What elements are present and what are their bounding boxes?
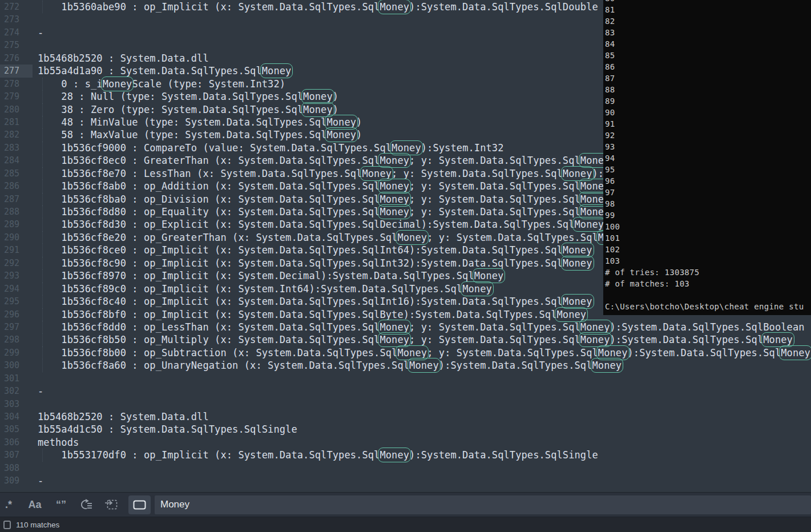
terminal-line: 96: [605, 175, 811, 187]
line-number[interactable]: 289: [0, 218, 33, 231]
line-number[interactable]: 299: [0, 346, 33, 359]
code-text[interactable]: -: [33, 385, 43, 397]
code-text[interactable]: 1b536cf8970 : op_Implicit (x: System.Dec…: [33, 269, 503, 282]
code-text[interactable]: [33, 13, 38, 26]
code-text[interactable]: -: [33, 26, 43, 39]
code-text[interactable]: 1b536cf8d30 : op_Explicit (x: System.Dat…: [33, 218, 604, 231]
line-number[interactable]: 306: [0, 436, 33, 449]
line-number[interactable]: 293: [0, 269, 33, 282]
line-number[interactable]: 295: [0, 295, 33, 308]
line-number[interactable]: 272: [0, 1, 33, 13]
line-number[interactable]: 302: [0, 385, 33, 397]
find-match-highlight: Money: [781, 347, 810, 358]
line-number[interactable]: 276: [0, 52, 33, 65]
code-text[interactable]: [33, 372, 38, 385]
code-text[interactable]: 1b536cf89c0 : op_Implicit (x: System.Int…: [33, 283, 492, 295]
editor-line[interactable]: 299 1b536cf8b00 : op_Subtraction (x: Sys…: [0, 346, 811, 359]
editor-line[interactable]: 3041b5468b2520 : System.Data.dll: [0, 410, 811, 423]
code-text[interactable]: 1b536cf8bf0 : op_Implicit (x: System.Dat…: [33, 308, 586, 321]
line-number[interactable]: 273: [0, 13, 33, 26]
line-number[interactable]: 296: [0, 308, 33, 321]
code-text[interactable]: 1b536cf8ce0 : op_Implicit (x: System.Dat…: [33, 244, 592, 256]
line-number[interactable]: 288: [0, 205, 33, 218]
code-text[interactable]: 1b55a4d1a90 : System.Data.SqlTypes.SqlMo…: [33, 65, 291, 77]
line-number[interactable]: 308: [0, 462, 33, 474]
line-number[interactable]: 292: [0, 257, 33, 269]
line-number[interactable]: 294: [0, 283, 33, 295]
indent-guide: [42, 116, 43, 128]
terminal-line: 80: [605, 0, 811, 4]
code-text[interactable]: 1b5360abe90 : op_Implicit (x: System.Dat…: [33, 1, 598, 13]
editor-line[interactable]: 307 1b553170df0 : op_Implicit (x: System…: [0, 449, 811, 461]
editor-line[interactable]: 308: [0, 462, 811, 474]
code-text[interactable]: [33, 39, 38, 51]
code-text[interactable]: 0 : s_iMoneyScale (type: System.Int32): [33, 78, 285, 90]
line-number[interactable]: 275: [0, 39, 33, 51]
code-text[interactable]: 1b536cf8b00 : op_Subtraction (x: System.…: [33, 346, 810, 359]
line-number[interactable]: 282: [0, 128, 33, 141]
code-text[interactable]: 1b536cf8a60 : op_UnaryNegation (x: Syste…: [33, 359, 622, 372]
code-text[interactable]: 38 : Zero (type: System.Data.SqlTypes.Sq…: [33, 103, 338, 116]
line-number[interactable]: 284: [0, 154, 33, 167]
code-text[interactable]: -: [33, 474, 43, 487]
line-number[interactable]: 291: [0, 244, 33, 256]
code-text[interactable]: 58 : MaxValue (type: System.Data.SqlType…: [33, 128, 362, 141]
code-text[interactable]: [33, 398, 38, 410]
code-text[interactable]: 1b5468b2520 : System.Data.dll: [33, 52, 209, 65]
line-number[interactable]: 300: [0, 359, 33, 372]
line-number[interactable]: 305: [0, 423, 33, 436]
editor-line[interactable]: 303: [0, 398, 811, 410]
line-number[interactable]: 280: [0, 103, 33, 116]
editor-line[interactable]: 306methods: [0, 436, 811, 449]
code-text[interactable]: 1b5468b2520 : System.Data.dll: [33, 410, 209, 423]
terminal-output: 8081828384858687888990919293949596979899…: [605, 0, 811, 312]
line-number[interactable]: 297: [0, 321, 33, 333]
editor-line[interactable]: 301: [0, 372, 811, 385]
code-text[interactable]: 48 : MinValue (type: System.Data.SqlType…: [33, 116, 362, 128]
code-text[interactable]: 28 : Null (type: System.Data.SqlTypes.Sq…: [33, 90, 338, 103]
line-number[interactable]: 281: [0, 116, 33, 128]
code-text[interactable]: [33, 462, 38, 474]
wrap-search-toggle-icon[interactable]: [76, 495, 96, 514]
line-number[interactable]: 307: [0, 449, 33, 461]
editor-line[interactable]: 302-: [0, 385, 811, 397]
line-number[interactable]: 309: [0, 474, 33, 487]
line-number[interactable]: 283: [0, 142, 33, 154]
line-number[interactable]: 277: [0, 65, 33, 77]
line-number[interactable]: 303: [0, 398, 33, 410]
find-match-highlight: Money: [580, 334, 610, 345]
editor-line[interactable]: 309-: [0, 474, 811, 487]
editor-line[interactable]: 298 1b536cf8b50 : op_Multiply (x: System…: [0, 333, 811, 346]
whole-word-toggle-icon[interactable]: “”: [51, 495, 71, 514]
line-number[interactable]: 274: [0, 26, 33, 39]
editor-line[interactable]: 300 1b536cf8a60 : op_UnaryNegation (x: S…: [0, 359, 811, 372]
terminal-window[interactable]: 8081828384858687888990919293949596979899…: [603, 0, 811, 315]
highlight-matches-toggle-icon[interactable]: [128, 495, 151, 514]
code-text[interactable]: 1b536cf8dd0 : op_LessThan (x: System.Dat…: [33, 321, 805, 333]
find-input[interactable]: [155, 495, 811, 514]
code-text[interactable]: methods: [33, 436, 79, 449]
indent-guide: [42, 244, 43, 256]
code-text[interactable]: 1b536cf8c90 : op_Implicit (x: System.Dat…: [33, 257, 592, 269]
editor-line[interactable]: 297 1b536cf8dd0 : op_LessThan (x: System…: [0, 321, 811, 333]
find-match-highlight: Money: [362, 168, 392, 179]
code-text[interactable]: 1b536cf8b50 : op_Multiply (x: System.Dat…: [33, 333, 793, 346]
code-text[interactable]: 1b536cf8c40 : op_Implicit (x: System.Dat…: [33, 295, 592, 308]
line-number[interactable]: 290: [0, 231, 33, 244]
line-number[interactable]: 304: [0, 410, 33, 423]
in-selection-toggle-icon[interactable]: [102, 495, 121, 514]
code-text[interactable]: 1b553170df0 : op_Implicit (x: System.Dat…: [33, 449, 598, 461]
line-number[interactable]: 285: [0, 167, 33, 180]
line-number[interactable]: 301: [0, 372, 33, 385]
line-number[interactable]: 287: [0, 193, 33, 205]
code-text[interactable]: 1b536cf9000 : CompareTo (value: System.D…: [33, 142, 503, 154]
code-text[interactable]: 1b55a4d1c50 : System.Data.SqlTypes.SqlSi…: [33, 423, 297, 436]
line-number[interactable]: 279: [0, 90, 33, 103]
find-match-highlight: Money: [474, 270, 504, 281]
line-number[interactable]: 278: [0, 78, 33, 90]
regex-toggle-icon[interactable]: .*: [0, 495, 17, 514]
editor-line[interactable]: 3051b55a4d1c50 : System.Data.SqlTypes.Sq…: [0, 423, 811, 436]
line-number[interactable]: 286: [0, 180, 33, 192]
case-sensitive-toggle-icon[interactable]: Aa: [25, 495, 45, 514]
line-number[interactable]: 298: [0, 333, 33, 346]
